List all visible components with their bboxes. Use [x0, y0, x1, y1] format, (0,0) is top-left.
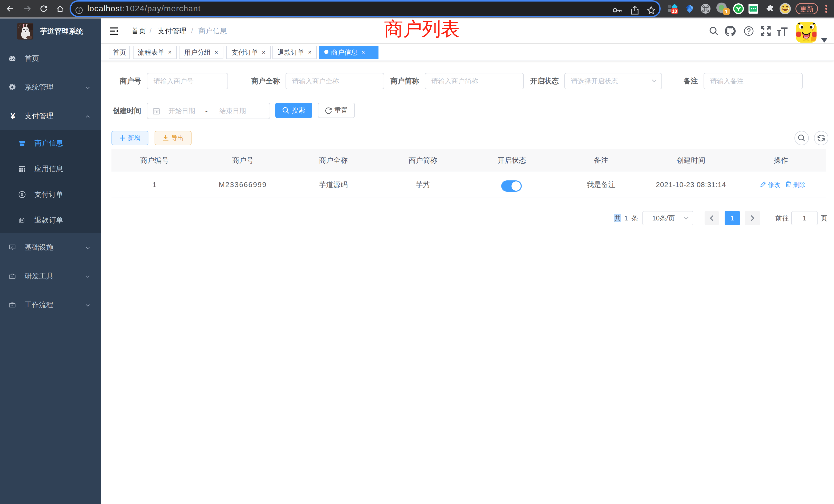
- svg-text:10: 10: [672, 9, 677, 14]
- svg-text:1: 1: [725, 9, 728, 14]
